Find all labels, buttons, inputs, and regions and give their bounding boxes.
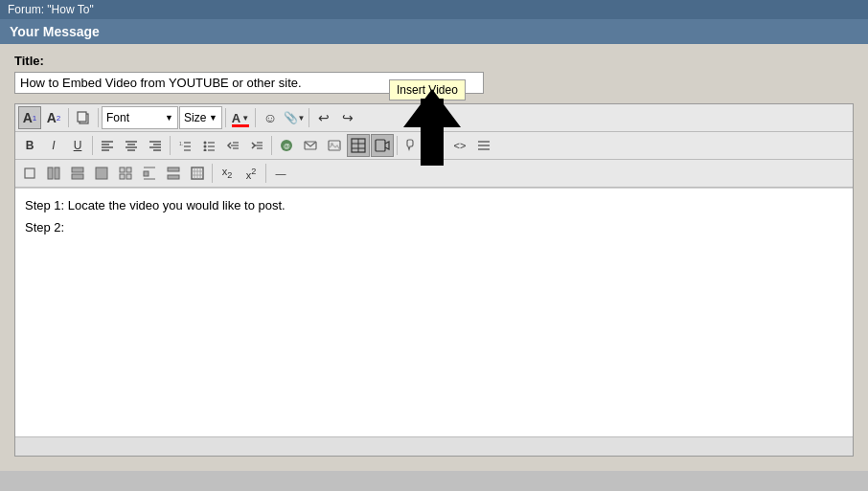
size-dropdown[interactable]: Size ▼ [179,106,222,129]
toolbar-separator11 [265,164,266,183]
color-button[interactable]: A ▼ [229,106,252,129]
insert-video-button[interactable] [371,134,394,157]
toolbar-separator7 [170,136,171,155]
insert-table-button[interactable] [347,134,370,157]
content-line1: Step 1: Locate the video you would like … [25,198,843,212]
main-container: Title: A 1 A 2 Font ▼ Size [0,44,868,471]
r3-btn6[interactable] [138,162,161,185]
toolbar-separator6 [92,136,93,155]
forum-bar-text: Forum: "How To" [8,3,94,16]
editor-container: A 1 A 2 Font ▼ Size ▼ A ▼ [14,103,854,457]
toolbar-separator2 [98,108,99,127]
format-a2-button[interactable]: A 2 [42,106,65,129]
toolbar-separator8 [271,136,272,155]
more-button[interactable] [472,134,495,157]
toolbar-row1: A 1 A 2 Font ▼ Size ▼ A ▼ [15,104,853,132]
italic-button[interactable]: I [42,134,65,157]
svg-rect-33 [329,141,340,150]
content-line2: Step 2: [25,220,843,234]
insert-image-button[interactable] [323,134,346,157]
svg-rect-43 [25,168,34,178]
toolbar-row3: x2 x2 — [15,160,853,188]
bold-button[interactable]: B [18,134,41,157]
svg-point-18 [204,142,207,145]
toolbar-separator4 [255,108,256,127]
toolbar-separator9 [397,136,398,155]
svg-point-20 [204,149,207,152]
insert-link-button[interactable]: @ [275,134,298,157]
insert-email-button[interactable] [299,134,322,157]
forum-bar: Forum: "How To" [0,0,868,19]
align-right-button[interactable] [144,134,167,157]
hash-button[interactable]: # [424,134,447,157]
attachment-button[interactable]: 📎 ▼ [283,106,306,129]
copy-button[interactable] [72,106,95,129]
decrease-indent-button[interactable] [221,134,244,157]
r3-btn1[interactable] [18,162,41,185]
svg-rect-44 [48,167,53,179]
svg-rect-45 [55,167,59,179]
toolbar-separator5 [308,108,309,127]
font-chevron: ▼ [165,113,173,123]
toolbar-row2: B I U 1. [15,132,853,160]
r3-btn2[interactable] [42,162,65,185]
svg-point-19 [204,145,207,148]
svg-rect-39 [376,140,385,151]
subscript-button[interactable]: x2 [216,162,239,185]
emoji-button[interactable]: ☺ [259,106,282,129]
r3-btn5[interactable] [114,162,137,185]
quote-button[interactable] [400,134,423,157]
clear-format-button[interactable]: — [269,162,292,185]
size-label: Size [184,111,206,124]
svg-rect-46 [72,167,83,172]
r3-btn8[interactable] [186,162,209,185]
editor-content[interactable]: Step 1: Locate the video you would like … [15,188,853,436]
r3-btn3[interactable] [66,162,89,185]
svg-rect-50 [126,167,131,172]
r3-btn4[interactable] [90,162,113,185]
toolbar-separator3 [225,108,226,127]
title-label: Title: [14,54,854,68]
svg-text:1.: 1. [179,141,183,146]
underline-button[interactable]: U [66,134,89,157]
svg-rect-47 [72,174,83,179]
your-message-header: Your Message [0,19,868,44]
svg-text:@: @ [284,143,290,149]
svg-rect-53 [144,171,148,176]
undo-button[interactable]: ↩ [312,106,335,129]
tooltip-text: Insert Video [397,83,458,97]
ordered-list-button[interactable]: 1. [173,134,196,157]
svg-rect-57 [168,175,179,179]
bottom-bar [15,436,853,456]
svg-rect-52 [126,174,131,179]
align-center-button[interactable] [120,134,143,157]
svg-rect-49 [120,167,125,172]
toolbar-separator10 [212,164,213,183]
svg-rect-56 [168,167,179,171]
toolbar-separator1 [68,108,69,127]
increase-indent-button[interactable] [245,134,268,157]
insert-video-tooltip: Insert Video [389,79,466,100]
code-button[interactable]: <> [448,134,471,157]
font-label: Font [106,111,129,124]
size-chevron: ▼ [209,113,217,123]
superscript-button[interactable]: x2 [240,162,263,185]
r3-btn7[interactable] [162,162,185,185]
format-a1-button[interactable]: A 1 [18,106,41,129]
svg-rect-51 [120,174,125,179]
header-title: Your Message [10,24,100,39]
svg-rect-48 [96,167,107,179]
svg-rect-1 [78,112,86,122]
unordered-list-button[interactable] [197,134,220,157]
align-left-button[interactable] [96,134,119,157]
redo-button[interactable]: ↪ [336,106,359,129]
font-dropdown[interactable]: Font ▼ [102,106,178,129]
